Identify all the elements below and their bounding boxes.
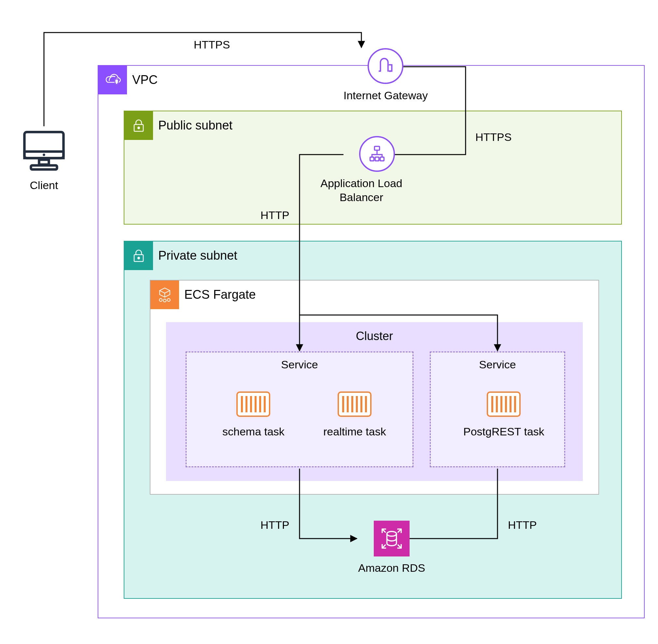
diagram-canvas: VPC Public subnet Private subnet bbox=[0, 0, 658, 644]
edge-label: HTTP bbox=[261, 518, 289, 532]
svg-point-5 bbox=[163, 299, 167, 302]
rds-label: Amazon RDS bbox=[358, 561, 425, 575]
client-label: Client bbox=[30, 179, 58, 192]
load-balancer-icon bbox=[359, 136, 395, 172]
igw-label: Internet Gateway bbox=[344, 89, 428, 102]
rds-node: Amazon RDS bbox=[358, 521, 425, 575]
task-label: realtime task bbox=[323, 425, 386, 438]
cluster-label: Cluster bbox=[166, 329, 583, 343]
task-card: PostgREST task bbox=[463, 391, 544, 438]
edge-label: HTTP bbox=[508, 518, 537, 532]
internet-gateway-icon bbox=[368, 48, 403, 84]
fargate-cube-icon bbox=[150, 280, 179, 309]
lock-icon bbox=[124, 111, 153, 140]
container-task-icon bbox=[487, 391, 521, 417]
lock-icon bbox=[124, 242, 153, 270]
svg-rect-10 bbox=[380, 157, 384, 161]
svg-rect-15 bbox=[39, 160, 49, 165]
container-task-icon bbox=[337, 391, 372, 417]
task-card: realtime task bbox=[323, 391, 386, 438]
cluster-box: Cluster Service schema task realtime tas… bbox=[166, 322, 583, 481]
svg-rect-8 bbox=[370, 157, 374, 161]
edge-label: HTTPS bbox=[194, 38, 230, 52]
public-subnet-label: Public subnet bbox=[158, 118, 233, 133]
svg-point-6 bbox=[167, 298, 170, 301]
service-box: Service schema task realtime task bbox=[185, 351, 414, 467]
edge-label: HTTPS bbox=[475, 130, 511, 144]
service-label: Service bbox=[187, 358, 413, 371]
client-node: Client bbox=[20, 128, 68, 192]
task-label: PostgREST task bbox=[463, 425, 544, 438]
alb-label: Application Load Balancer bbox=[312, 176, 410, 204]
rds-icon bbox=[374, 521, 410, 556]
svg-rect-9 bbox=[375, 157, 379, 161]
task-card: schema task bbox=[222, 391, 285, 438]
svg-point-14 bbox=[43, 154, 45, 156]
svg-point-4 bbox=[159, 298, 162, 301]
vpc-shield-icon bbox=[98, 66, 127, 94]
vpc-label: VPC bbox=[132, 73, 158, 87]
service-box: Service PostgREST task bbox=[430, 351, 565, 467]
private-subnet-label: Private subnet bbox=[158, 249, 237, 262]
ecs-label: ECS Fargate bbox=[184, 288, 256, 302]
edge-label: HTTP bbox=[261, 208, 289, 222]
client-computer-icon bbox=[20, 128, 68, 173]
svg-point-3 bbox=[138, 257, 139, 259]
alb-node: Application Load Balancer bbox=[344, 136, 410, 204]
svg-rect-7 bbox=[374, 146, 380, 150]
svg-point-1 bbox=[138, 127, 139, 129]
svg-point-11 bbox=[387, 531, 396, 536]
task-label: schema task bbox=[222, 425, 285, 438]
internet-gateway-node: Internet Gateway bbox=[344, 48, 428, 102]
container-task-icon bbox=[236, 391, 270, 417]
service-label: Service bbox=[431, 358, 564, 371]
svg-rect-16 bbox=[31, 165, 57, 169]
